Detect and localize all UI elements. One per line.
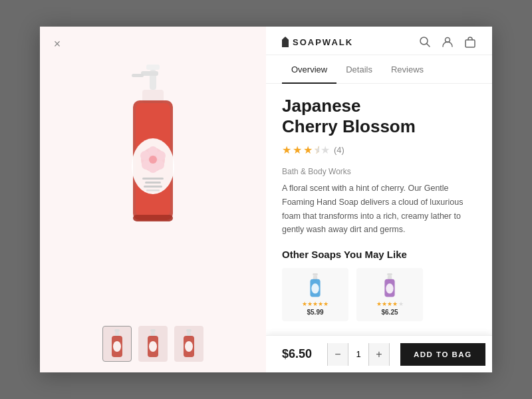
star-1: ★: [282, 144, 291, 156]
svg-point-24: [113, 341, 121, 352]
svg-rect-0: [146, 65, 160, 70]
close-button[interactable]: ×: [49, 36, 65, 52]
svg-rect-41: [387, 273, 392, 275]
add-to-bag-bar: $6.50 − + ADD TO BAG: [266, 335, 492, 372]
thumbnail-list: [102, 326, 203, 362]
svg-rect-17: [145, 182, 161, 184]
tab-bar: Overview Details Reviews: [266, 55, 492, 84]
product-detail-panel: SOAPWALK Overview Details: [266, 27, 492, 372]
bag-icon[interactable]: [464, 36, 476, 48]
star-2: ★: [293, 144, 302, 156]
logo-icon: [282, 37, 289, 47]
svg-rect-25: [150, 329, 156, 332]
search-icon[interactable]: [419, 36, 431, 48]
product-price: $6.50: [282, 347, 317, 361]
svg-rect-21: [114, 329, 120, 332]
star-4: ★★: [314, 144, 319, 156]
svg-rect-19: [146, 190, 160, 192]
svg-rect-29: [186, 329, 192, 332]
svg-rect-36: [466, 40, 475, 47]
svg-point-32: [185, 341, 193, 352]
user-icon[interactable]: [442, 36, 454, 48]
thumbnail-3[interactable]: [174, 326, 203, 362]
star-rating: ★ ★ ★ ★★ ★: [282, 144, 330, 156]
brand-name-header: SOAPWALK: [293, 37, 353, 47]
rating-row: ★ ★ ★ ★★ ★ (4): [282, 144, 476, 156]
product-modal: ×: [40, 27, 492, 372]
review-count: (4): [334, 145, 344, 155]
svg-line-34: [427, 44, 430, 47]
product-content: Japanese Cherry Blossom ★ ★ ★ ★★ ★ (4) B…: [266, 84, 492, 372]
suggestion-card-2[interactable]: ★★★★★ $6.25: [356, 268, 423, 321]
tab-overview[interactable]: Overview: [282, 65, 336, 84]
svg-point-10: [156, 151, 166, 160]
svg-point-15: [149, 156, 157, 164]
svg-point-40: [311, 283, 319, 293]
svg-point-9: [148, 146, 158, 156]
suggestion-card-1[interactable]: ★★★★★ $5.99: [282, 268, 348, 321]
svg-point-28: [149, 341, 157, 352]
svg-point-44: [386, 283, 393, 293]
product-image-panel: [40, 27, 266, 372]
svg-rect-20: [133, 215, 173, 221]
brand-logo: SOAPWALK: [282, 37, 353, 47]
quantity-control: − +: [327, 343, 390, 366]
suggestions-list: ★★★★★ $5.99 ★★★★★ $6.25: [282, 268, 476, 321]
thumbnail-1[interactable]: [102, 326, 132, 362]
product-main-image: [100, 53, 206, 266]
star-3: ★: [303, 144, 313, 156]
product-bottle-svg: [106, 63, 200, 256]
svg-rect-18: [144, 186, 162, 188]
tab-reviews[interactable]: Reviews: [382, 65, 433, 84]
header-icons: [419, 36, 476, 48]
quantity-decrease-button[interactable]: −: [328, 343, 348, 366]
svg-rect-16: [142, 178, 164, 180]
star-5: ★: [321, 144, 330, 156]
svg-rect-37: [313, 273, 318, 275]
brand-attribution: Bath & Body Works: [282, 167, 476, 176]
product-title: Japanese Cherry Blossom: [282, 96, 476, 137]
header-bar: SOAPWALK: [266, 27, 492, 55]
quantity-increase-button[interactable]: +: [369, 343, 389, 366]
product-description: A floral scent with a hint of cherry. Ou…: [282, 182, 476, 237]
thumbnail-2[interactable]: [138, 326, 168, 362]
quantity-input[interactable]: [348, 343, 369, 366]
suggestions-heading: Other Soaps You May Like: [282, 249, 476, 260]
svg-point-14: [140, 151, 150, 160]
svg-rect-3: [132, 74, 144, 77]
add-to-bag-button[interactable]: ADD TO BAG: [400, 343, 485, 366]
tab-details[interactable]: Details: [336, 65, 382, 84]
